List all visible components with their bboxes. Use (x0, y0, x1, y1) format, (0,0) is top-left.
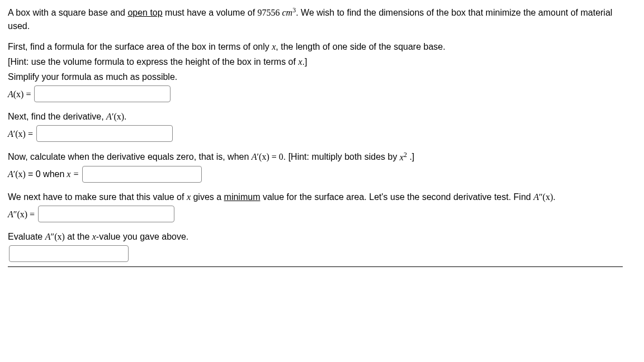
var-x: x (187, 192, 191, 202)
step4-block: We next have to make sure that this valu… (8, 190, 623, 222)
var-x: x (400, 153, 404, 162)
paren-x: (x) (259, 153, 269, 162)
A-prime-label: A′(x) = (8, 127, 33, 140)
text: We next have to make sure that this valu… (8, 192, 187, 202)
paren-x: (x) (54, 232, 65, 241)
equals: = (26, 129, 33, 139)
var-x: x (67, 168, 70, 180)
step1-hint: [Hint: use the volume formula to express… (8, 55, 623, 68)
equals: = (73, 168, 79, 180)
step2-answer-line: A′(x) = (8, 125, 623, 142)
intro-block: A box with a square base and open top mu… (8, 6, 623, 32)
letter-A: A (533, 192, 539, 202)
x-equals-input[interactable] (82, 166, 202, 183)
paren-x: (x) (15, 129, 26, 139)
step5-block: Evaluate A″(x) at the x-value you gave a… (8, 230, 623, 262)
letter-A: A (8, 209, 13, 219)
step3-block: Now, calculate when the derivative equal… (8, 150, 623, 183)
letter-A: A (45, 232, 51, 241)
var-x: x (92, 232, 96, 241)
letter-A: A (8, 89, 13, 99)
equals-zero: = 0 (269, 153, 283, 162)
text: A box with a square base and (8, 8, 127, 17)
step1-block: First, find a formula for the surface ar… (8, 40, 623, 103)
text: First, find a formula for the surface ar… (8, 42, 272, 51)
text: at the (65, 232, 92, 241)
minimum-underline: minimum (224, 192, 261, 202)
letter-A: A (8, 129, 13, 139)
A-double-prime-expr-2: A″(x) (45, 232, 65, 241)
text: Now, calculate when the derivative equal… (8, 153, 252, 162)
number: 97556 (258, 8, 280, 17)
letter-A: A (106, 112, 112, 121)
step1-answer-line: A(x) = (8, 85, 623, 102)
A-prime-input[interactable] (36, 125, 173, 142)
double-prime: ″ (539, 192, 543, 202)
step4-answer-line: A″(x) = (8, 206, 623, 222)
text: = 0 when (28, 168, 64, 180)
text: .] (407, 153, 414, 162)
text: -value you gave above. (96, 232, 188, 241)
A-double-prime-expr: A″(x) (533, 192, 553, 202)
A-of-x-label: A(x) = (8, 88, 31, 101)
text: gives a (191, 192, 224, 202)
text: . (553, 192, 555, 202)
step3-answer-line: A′(x) = 0 when x = (8, 166, 623, 183)
text: . [Hint: multiply both sides by (283, 153, 400, 162)
text: Next, find the derivative, (8, 112, 106, 121)
A-of-x-input[interactable] (34, 85, 171, 102)
step5-answer-line (8, 245, 623, 262)
equals: = (23, 89, 31, 99)
text: . (124, 112, 126, 121)
equals: = (27, 209, 35, 219)
step5-text: Evaluate A″(x) at the x-value you gave a… (8, 230, 623, 243)
text: , the length of one side of the square b… (276, 42, 445, 51)
text: .] (302, 57, 307, 66)
step3-text: Now, calculate when the derivative equal… (8, 150, 623, 164)
volume-value: 97556 cm3 (258, 8, 296, 17)
paren-x: (x) (113, 112, 124, 121)
paren-x: (x) (17, 209, 27, 219)
evaluate-input[interactable] (9, 245, 129, 262)
problem-container: A box with a square base and open top mu… (8, 6, 623, 267)
unit: cm (282, 8, 293, 17)
open-top-underline: open top (127, 8, 162, 17)
text: must have a volume of (163, 8, 258, 17)
step2-block: Next, find the derivative, A′(x). A′(x) … (8, 110, 623, 142)
A-prime-expr: A′(x) (106, 112, 124, 121)
step1-simplify: Simplify your formula as much as possibl… (8, 70, 623, 83)
paren-x: (x) (13, 89, 24, 99)
A-double-prime-label: A″(x) = (8, 208, 35, 221)
x-squared: x2 (400, 153, 407, 162)
text: value for the surface area. Let's use th… (260, 192, 533, 202)
step2-text: Next, find the derivative, A′(x). (8, 110, 623, 123)
text: Evaluate (8, 232, 45, 241)
A-prime-zero-label: A′(x) (8, 168, 26, 180)
step1-text: First, find a formula for the surface ar… (8, 40, 623, 53)
paren-x: (x) (543, 192, 553, 202)
text: [Hint: use the volume formula to express… (8, 57, 298, 66)
paren-x: (x) (15, 169, 26, 179)
A-double-prime-input[interactable] (38, 206, 174, 222)
letter-A: A (8, 169, 13, 179)
A-prime-eq-zero: A′(x) = 0 (252, 153, 283, 162)
letter-A: A (252, 153, 257, 162)
intro-text: A box with a square base and open top mu… (8, 6, 623, 32)
step4-text: We next have to make sure that this valu… (8, 190, 623, 203)
divider (8, 266, 623, 267)
